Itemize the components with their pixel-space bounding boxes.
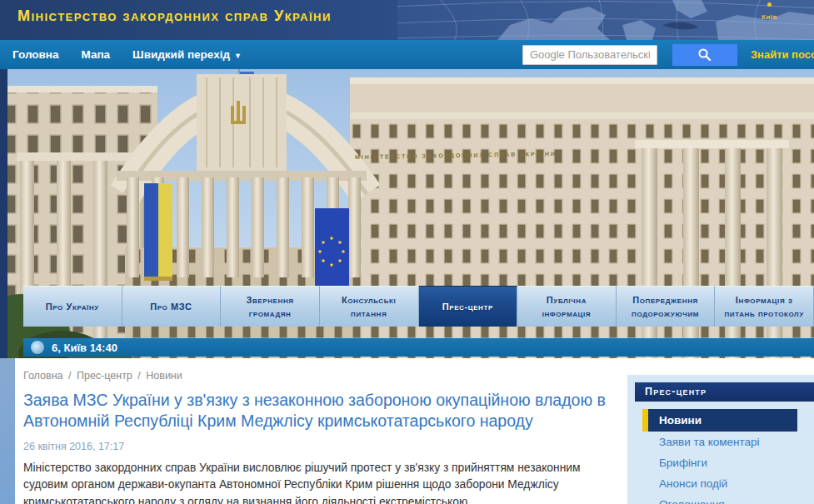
map-kyiv-dot-icon <box>767 2 772 7</box>
weather-time-bar: 6, Київ 14:40 <box>23 338 814 357</box>
map-kyiv-marker: Київ <box>762 2 777 22</box>
page: Київ Міністерство закордонних справ Укра… <box>0 0 814 504</box>
article-body: Міністерство закордонних справ України в… <box>23 460 617 504</box>
breadcrumb-separator: / <box>137 370 140 382</box>
tab-public-information[interactable]: Публічна інформація <box>517 286 617 327</box>
sidebar-item-briefings[interactable]: Брифінги <box>642 452 814 473</box>
world-map-graphic <box>397 0 814 40</box>
main-nav-tabs: Про Україну Про МЗС Звернення громадян К… <box>23 286 814 327</box>
find-embassy-link[interactable]: Знайти посольство <box>751 48 814 61</box>
breadcrumb-press-center[interactable]: Прес-центр <box>77 370 132 382</box>
nav-link-map[interactable]: Мапа <box>82 48 111 61</box>
tab-press-center[interactable]: Прес-центр <box>419 286 518 327</box>
weather-time-text: 6, Київ 14:40 <box>52 342 117 354</box>
article-title: Заява МЗС України у зв'язку з незаконною… <box>23 390 612 432</box>
weather-icon <box>31 341 44 354</box>
nav-link-home[interactable]: Головна <box>12 48 59 61</box>
press-center-sidebar: Прес-центр Новини Заяви та коментарі Бри… <box>627 375 814 504</box>
breadcrumb-home[interactable]: Головна <box>23 370 63 382</box>
tab-about-mfa[interactable]: Про МЗС <box>122 286 222 327</box>
sidebar-title: Прес-центр <box>635 382 814 402</box>
sidebar-menu: Новини Заяви та коментарі Брифінги Анонс… <box>642 409 814 504</box>
search-icon <box>697 47 712 62</box>
sidebar-item-event-announcements[interactable]: Анонси подій <box>642 473 814 494</box>
sidebar-item-announcements[interactable]: Оголошення <box>642 494 814 504</box>
search-input[interactable] <box>522 45 657 65</box>
tab-protocol-information[interactable]: Інформація з питань протоколу <box>715 286 814 327</box>
search-area <box>522 44 737 66</box>
site-title: Міністерство закордонних справ України <box>17 7 332 25</box>
article: Головна / Прес-центр / Новини Заява МЗС … <box>15 358 627 504</box>
nav-link-quick-jump[interactable]: Швидкий перехід▼ <box>132 48 242 61</box>
map-kyiv-label: Київ <box>762 13 777 21</box>
main-content: Головна / Прес-центр / Новини Заява МЗС … <box>15 358 814 504</box>
tab-about-ukraine[interactable]: Про Україну <box>23 286 122 327</box>
sidebar-item-news[interactable]: Новини <box>642 409 797 432</box>
article-date: 26 квітня 2016, 17:17 <box>23 441 621 452</box>
search-button[interactable] <box>672 44 737 66</box>
top-navbar: Головна Мапа Швидкий перехід▼ Знайти пос… <box>0 40 814 69</box>
site-banner: Київ Міністерство закордонних справ Укра… <box>0 0 814 40</box>
chevron-down-icon: ▼ <box>234 52 242 60</box>
breadcrumb-separator: / <box>68 370 71 382</box>
breadcrumb-news[interactable]: Новини <box>146 370 182 382</box>
tab-traveler-warnings[interactable]: Попередження подорожуючим <box>617 286 716 327</box>
header-photo: МІНІСТЕРСТВО ЗАКОРДОННИХ СПРАВ УКРАЇНИ П… <box>0 69 814 358</box>
tab-citizen-appeals[interactable]: Звернення громадян <box>221 286 320 327</box>
tab-consular-issues[interactable]: Консульські питання <box>320 286 419 327</box>
breadcrumb: Головна / Прес-центр / Новини <box>23 370 621 382</box>
nav-link-quick-jump-label: Швидкий перехід <box>132 48 230 61</box>
sidebar-item-statements[interactable]: Заяви та коментарі <box>642 432 814 452</box>
